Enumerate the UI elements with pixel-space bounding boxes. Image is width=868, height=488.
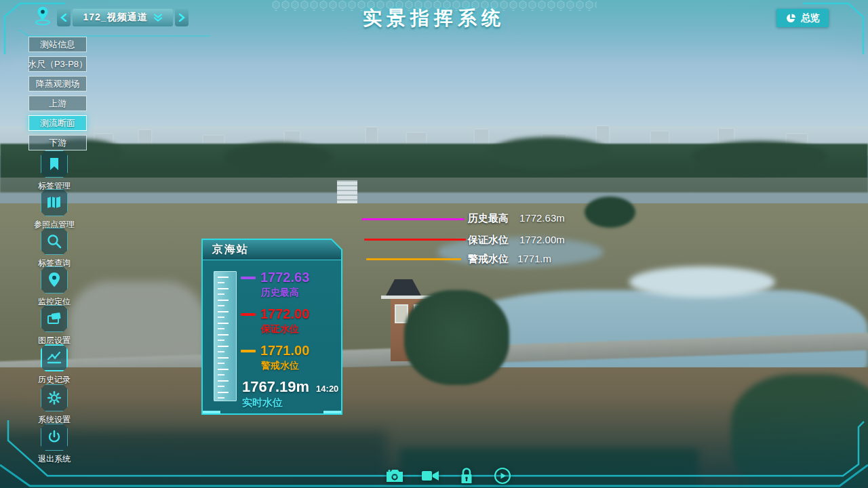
- guaranteed-line-value: 1772.00m: [519, 234, 565, 245]
- location-icon: [47, 272, 62, 288]
- gear-icon: [46, 390, 62, 406]
- level-warning-value: 1771.00: [241, 343, 309, 359]
- tool-system-settings[interactable]: 系统设置: [26, 384, 83, 426]
- water-level-ruler: [214, 271, 237, 401]
- warning-line-label: 警戒水位: [468, 253, 509, 266]
- level-dash: [241, 277, 256, 279]
- level-historic-max-label: 历史最高: [261, 287, 299, 299]
- level-dash: [241, 313, 256, 316]
- level-historic-max-value: 1772.63: [241, 270, 309, 285]
- level-guaranteed-label: 保证水位: [261, 323, 299, 336]
- warning-line: [366, 258, 461, 260]
- level-dash: [241, 350, 256, 352]
- menu-item-station-info[interactable]: 测站信息: [28, 37, 87, 52]
- guaranteed-line-label: 保证水位: [468, 234, 509, 247]
- tool-layer-settings[interactable]: 图层设置: [26, 305, 83, 346]
- video-camera-icon: [421, 468, 440, 483]
- tool-exit-system[interactable]: 退出系统: [26, 424, 83, 465]
- tool-monitor-locate[interactable]: 监控定位: [26, 266, 83, 308]
- pie-chart-icon: [785, 13, 796, 24]
- level-guaranteed-value: 1772.00: [241, 306, 309, 322]
- tool-tag-search[interactable]: 标签查询: [26, 228, 83, 269]
- level-warning-label: 警戒水位: [261, 360, 299, 372]
- menu-item-upstream[interactable]: 上游: [28, 96, 87, 111]
- overview-button[interactable]: 总览: [776, 9, 829, 27]
- guaranteed-line: [364, 239, 466, 241]
- historic-max-line-label: 历史最高: [468, 212, 509, 225]
- menu-item-evaporation[interactable]: 降蒸观测场: [28, 76, 87, 92]
- video-feed: [0, 0, 868, 488]
- search-icon: [46, 233, 62, 249]
- tool-tag-manage[interactable]: 标签管理: [26, 150, 83, 192]
- station-panel: 京海站 1772.63 历史最高 1772.00 保证水位 1771.00 警戒…: [201, 239, 342, 415]
- tool-label: 退出系统: [38, 453, 71, 465]
- station-panel-header: 京海站: [203, 240, 341, 260]
- station-name: 京海站: [203, 243, 249, 257]
- layers-icon: [46, 310, 62, 327]
- power-icon: [46, 429, 62, 445]
- menu-item-downstream[interactable]: 下游: [28, 135, 87, 150]
- tool-reference-points[interactable]: 参照点管理: [26, 189, 83, 230]
- historic-max-line-value: 1772.63m: [519, 212, 565, 224]
- realtime-level-value: 1767.19m 14:20: [242, 378, 338, 396]
- bookmark-icon: [47, 157, 62, 171]
- realtime-level-time: 14:20: [316, 384, 338, 394]
- camera-button[interactable]: [385, 466, 404, 485]
- historic-max-line: [361, 218, 465, 220]
- map-icon: [46, 195, 62, 211]
- warning-line-value: 1771.m: [517, 253, 551, 264]
- menu-item-water-gauge[interactable]: 水尺（P3-P8）: [28, 56, 87, 72]
- record-video-button[interactable]: [421, 466, 440, 485]
- menu-item-flow-section[interactable]: 测流断面: [28, 115, 87, 131]
- lock-button[interactable]: [457, 466, 476, 485]
- tool-history[interactable]: 历史记录: [26, 344, 83, 386]
- overview-label: 总览: [801, 12, 820, 24]
- section-menu: 测站信息 水尺（P3-P8） 降蒸观测场 上游 测流断面 下游: [28, 37, 87, 150]
- top-bar: 172_视频通道 实景指挥系统 总览: [0, 0, 868, 31]
- camera-icon: [385, 468, 404, 484]
- page-title: 实景指挥系统: [0, 5, 868, 31]
- play-button[interactable]: [493, 466, 512, 485]
- play-icon: [494, 467, 511, 485]
- history-chart-icon: [46, 350, 62, 366]
- realtime-level-label: 实时水位: [242, 396, 283, 409]
- bottom-toolbar: [385, 466, 512, 485]
- lock-icon: [458, 467, 475, 485]
